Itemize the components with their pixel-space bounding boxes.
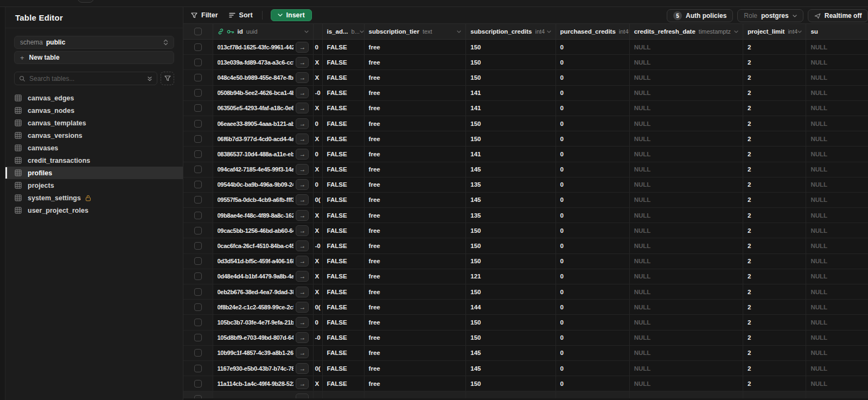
new-table-button[interactable]: + New table [14, 51, 174, 64]
project-limit-cell[interactable]: 2 [743, 254, 806, 269]
id-cell[interactable]: 08386537-10d4-488a-a11e-eb5a6... → [213, 147, 314, 161]
id-cell[interactable]: 105d8bf9-e703-49bd-807d-645e... → [213, 331, 314, 345]
select-all-checkbox[interactable] [194, 28, 202, 35]
credits-refresh-date-cell[interactable]: NULL [630, 162, 743, 177]
purchased-credits-cell[interactable]: 0 [556, 331, 630, 345]
subscription-credits-cell[interactable]: 141 [466, 101, 556, 116]
column-header-purchased-credits[interactable]: purchased_credits int4 [556, 24, 630, 39]
subscription-tier-cell[interactable]: free [365, 269, 467, 284]
subscription-tier-cell[interactable]: free [365, 86, 467, 100]
purchased-credits-cell[interactable]: 0 [556, 101, 630, 116]
project-limit-cell[interactable]: 2 [743, 162, 806, 177]
subscription-tier-cell[interactable]: free [365, 361, 467, 376]
purchased-credits-cell[interactable]: 0 [556, 208, 630, 223]
purchased-credits-cell[interactable]: 0 [556, 116, 630, 131]
subscription-credits-cell[interactable]: 145 [466, 193, 556, 207]
id-cell[interactable]: 10b99c1f-4857-4c39-a8b1-263b8... → [213, 346, 314, 360]
id-cell[interactable]: 105bc3b7-03fe-4e7f-9efa-21bb40... → [213, 315, 314, 329]
project-limit-cell[interactable]: 2 [743, 223, 806, 238]
project-limit-cell[interactable]: 2 [743, 331, 806, 345]
subscription-tier-cell[interactable]: free [365, 315, 467, 329]
expand-row-button[interactable]: → [296, 149, 309, 160]
subscription-tier-cell[interactable]: free [365, 346, 467, 360]
purchased-credits-cell[interactable]: 0 [556, 346, 630, 360]
clipped-cell[interactable]: -0 [314, 86, 322, 100]
row-checkbox[interactable] [194, 212, 202, 219]
chevron-down-icon[interactable] [547, 30, 551, 33]
credits-refresh-date-cell[interactable]: NULL [630, 376, 743, 391]
subscription-tier-cell[interactable]: free [365, 101, 467, 116]
subscription-credits-cell[interactable]: 150 [466, 284, 556, 299]
subscription-credits-cell[interactable]: 150 [466, 131, 556, 146]
chevron-down-icon[interactable] [304, 30, 309, 33]
sidebar-table-item[interactable]: canvas_templates [5, 117, 183, 129]
clipped-cell[interactable]: X [314, 284, 322, 299]
credits-refresh-date-cell[interactable]: NULL [630, 55, 743, 69]
credits-refresh-date-cell[interactable]: NULL [630, 131, 743, 146]
clipped-right-cell[interactable]: NULL [806, 131, 868, 146]
row-checkbox[interactable] [194, 380, 202, 388]
purchased-credits-cell[interactable]: 0 [556, 238, 630, 253]
credits-refresh-date-cell[interactable]: NULL [630, 346, 743, 360]
subscription-credits-cell[interactable]: 150 [466, 254, 556, 269]
project-limit-cell[interactable]: 2 [743, 131, 806, 146]
clipped-cell[interactable]: 0 [314, 116, 322, 131]
is-admin-cell[interactable]: FALSE [323, 116, 365, 131]
clipped-right-cell[interactable]: NULL [806, 147, 868, 161]
subscription-credits-cell[interactable]: 150 [466, 315, 556, 329]
is-admin-cell[interactable]: FALSE [323, 331, 365, 345]
clipped-cell[interactable]: 0( [314, 300, 322, 314]
project-limit-cell[interactable]: 2 [743, 147, 806, 161]
row-checkbox[interactable] [194, 334, 202, 341]
credits-refresh-date-cell[interactable]: NULL [630, 116, 743, 131]
project-limit-cell[interactable]: 2 [743, 346, 806, 360]
clipped-cell[interactable]: 0 [314, 177, 322, 192]
row-checkbox[interactable] [194, 181, 202, 188]
credits-refresh-date-cell[interactable]: NULL [630, 70, 743, 85]
chevron-down-icon[interactable] [734, 30, 738, 33]
role-selector[interactable]: Role postgres [737, 9, 803, 22]
credits-refresh-date-cell[interactable]: NULL [630, 208, 743, 223]
purchased-credits-cell[interactable]: 0 [556, 376, 630, 391]
subscription-credits-cell[interactable]: 145 [466, 361, 556, 376]
project-limit-cell[interactable]: 2 [743, 238, 806, 253]
credits-refresh-date-cell[interactable]: NULL [630, 315, 743, 329]
sidebar-table-item[interactable]: projects [5, 179, 183, 192]
clipped-cell[interactable]: X [314, 254, 322, 269]
credits-refresh-date-cell[interactable]: NULL [630, 300, 743, 314]
insert-button[interactable]: Insert [271, 9, 312, 21]
row-checkbox[interactable] [194, 257, 202, 265]
clipped-right-cell[interactable]: NULL [806, 376, 868, 391]
is-admin-cell[interactable]: FALSE [323, 254, 365, 269]
subscription-tier-cell[interactable]: free [365, 376, 467, 391]
id-cell[interactable]: 094caf42-7185-4e45-99f3-14abee... → [213, 162, 314, 177]
column-header-subscription-credits[interactable]: subscription_credits int4 [466, 24, 556, 39]
column-header-id[interactable]: id uuid [213, 24, 314, 39]
sidebar-table-item[interactable]: credit_transactions [5, 154, 183, 167]
schema-selector[interactable]: schema public [14, 36, 174, 49]
unfold-tables-icon[interactable] [147, 75, 152, 82]
row-checkbox[interactable] [194, 166, 202, 173]
column-header-subscription-tier[interactable]: subscription_tier text [365, 24, 467, 39]
clipped-cell[interactable]: 0 [314, 315, 322, 329]
row-checkbox[interactable] [194, 365, 202, 372]
chevron-down-icon[interactable] [360, 30, 364, 33]
is-admin-cell[interactable]: FALSE [323, 208, 365, 223]
clipped-right-cell[interactable]: NULL [806, 346, 868, 360]
row-checkbox[interactable] [194, 120, 202, 128]
subscription-tier-cell[interactable]: free [365, 284, 467, 299]
is-admin-cell[interactable]: FALSE [323, 162, 365, 177]
is-admin-cell[interactable]: FALSE [323, 70, 365, 85]
clipped-cell[interactable]: X [314, 208, 322, 223]
id-cell[interactable]: 09544b0c-ba9b-496a-9b09-244... → [213, 177, 314, 192]
id-cell[interactable]: 063505e5-4293-4faf-a18c-0e65b... → [213, 101, 314, 116]
expand-row-button[interactable]: → [296, 302, 309, 313]
sidebar-table-item[interactable]: user_project_roles [5, 204, 183, 217]
clipped-cell[interactable]: 0 [314, 40, 322, 54]
subscription-tier-cell[interactable]: free [365, 40, 467, 54]
row-checkbox[interactable] [194, 272, 202, 280]
is-admin-cell[interactable]: FALSE [323, 131, 365, 146]
id-cell[interactable]: 0eb2b676-38ed-4ea7-9dad-38e6... → [213, 284, 314, 299]
credits-refresh-date-cell[interactable]: NULL [630, 147, 743, 161]
subscription-credits-cell[interactable]: 150 [466, 331, 556, 345]
